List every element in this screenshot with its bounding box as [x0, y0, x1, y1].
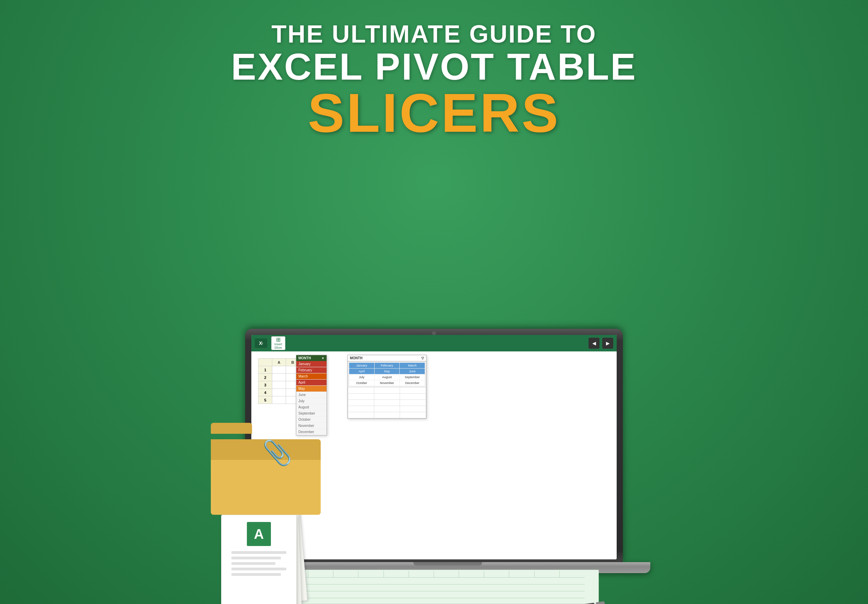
paper-lines-grid: [270, 570, 598, 604]
slicer-item-january[interactable]: January: [296, 361, 327, 367]
paper-row: [283, 591, 585, 598]
paper-front: A: [221, 515, 297, 604]
nav-arrow-right[interactable]: ▶: [602, 338, 613, 348]
slicer-item-march[interactable]: March: [296, 373, 327, 379]
paper-cell: [459, 571, 484, 577]
data-cell: [374, 400, 400, 406]
ss-corner-cell: [259, 359, 272, 366]
nav-arrows: ◀ ▶: [589, 338, 613, 348]
paper-cell: [484, 571, 509, 577]
data-cell: [374, 393, 400, 400]
slicer-item-april[interactable]: April: [296, 379, 327, 386]
slicer-right-august[interactable]: August: [375, 375, 400, 380]
slicer-right-header: MONTH ▽: [348, 355, 426, 361]
row-num: 3: [259, 381, 272, 389]
slicer-right-filter-icon[interactable]: ▽: [421, 356, 424, 360]
paper-row: [283, 578, 585, 584]
slicer-item-august[interactable]: August: [296, 404, 327, 410]
paper-cell: [560, 571, 585, 577]
data-cell: [348, 406, 374, 412]
laptop-hinge: [414, 562, 482, 565]
excel-subtitle: l: [262, 342, 263, 345]
insert-slicer-button[interactable]: ⊞ InsertSlicer: [271, 336, 285, 350]
slicer-right-november[interactable]: November: [375, 380, 400, 386]
nav-arrow-left[interactable]: ◀: [589, 338, 600, 348]
laptop-wrapper: A 📎: [194, 329, 674, 604]
data-cell: [348, 400, 374, 406]
slicer-left-header: MONTH ▼: [296, 355, 327, 361]
slicer-left: MONTH ▼ January February March April May…: [296, 355, 327, 435]
data-cell: [400, 412, 426, 418]
data-cell: [400, 387, 426, 393]
paper-line: [231, 573, 281, 576]
paper-lines: [231, 551, 286, 579]
slicer-right-july[interactable]: July: [349, 375, 374, 380]
title-slicers: SLICERS: [0, 85, 868, 140]
excel-ribbon: X l ⊞ InsertSlicer ◀ ▶: [251, 335, 617, 352]
slicer-icon: ⊞: [276, 337, 281, 342]
title-section: THE ULTIMATE GUIDE TO EXCEL PIVOT TABLE …: [0, 20, 868, 140]
row-num: 5: [259, 396, 272, 404]
slicer-right-march[interactable]: March: [400, 363, 425, 368]
row-num: 4: [259, 389, 272, 396]
slicer-right-december[interactable]: December: [400, 380, 425, 386]
data-cell: [400, 393, 426, 400]
data-cell: [374, 412, 400, 418]
paper-cell: [535, 571, 560, 577]
slicer-item-november[interactable]: November: [296, 423, 327, 429]
paper-cell: [333, 571, 358, 577]
ss-cell[interactable]: [272, 389, 286, 396]
table-row: [348, 406, 426, 412]
data-cell: [400, 400, 426, 406]
paper-row: [283, 571, 585, 578]
slicer-left-title: MONTH: [298, 356, 311, 360]
data-cell: [348, 387, 374, 393]
ss-col-a-header: A: [272, 359, 286, 366]
slicer-right: MONTH ▽ January February March April May…: [347, 355, 426, 419]
row-num: 1: [259, 366, 272, 374]
insert-slicer-label: InsertSlicer: [274, 342, 282, 349]
title-line1: THE ULTIMATE GUIDE TO: [0, 20, 868, 48]
slicer-right-title: MONTH: [350, 356, 363, 360]
slicer-right-september[interactable]: September: [400, 375, 425, 380]
paper-line: [231, 562, 275, 565]
slicer-right-april[interactable]: April: [349, 369, 374, 374]
ss-cell[interactable]: [272, 366, 286, 374]
slicer-right-february[interactable]: February: [375, 363, 400, 368]
excel-x-icon: X: [259, 341, 262, 346]
data-cell: [348, 393, 374, 400]
slicer-item-october[interactable]: October: [296, 417, 327, 423]
paper-cell: [384, 571, 409, 577]
paper-line: [231, 557, 281, 559]
paper-cell: [358, 571, 383, 577]
excel-logo: X l: [255, 338, 267, 348]
ss-cell[interactable]: [272, 396, 286, 404]
slicer-right-data-table: [348, 387, 426, 418]
ss-cell[interactable]: [272, 374, 286, 381]
slicer-right-may[interactable]: May: [375, 369, 400, 374]
folder-front: [211, 460, 321, 515]
slicer-item-july[interactable]: July: [296, 398, 327, 404]
table-row: [348, 400, 426, 406]
slicer-right-january[interactable]: January: [349, 363, 374, 368]
slicer-right-october[interactable]: October: [349, 380, 374, 386]
pen-end: [596, 601, 605, 604]
slicer-right-june[interactable]: June: [400, 369, 425, 374]
data-cell: [374, 406, 400, 412]
table-row: [348, 393, 426, 400]
laptop-camera: [432, 331, 436, 335]
ss-cell[interactable]: [272, 381, 286, 389]
table-row: [348, 387, 426, 393]
slicer-filter-icon[interactable]: ▼: [321, 356, 324, 360]
slicer-item-june[interactable]: June: [296, 392, 327, 398]
slicer-item-may[interactable]: May: [296, 386, 327, 392]
data-cell: [400, 406, 426, 412]
slicer-item-february[interactable]: February: [296, 367, 327, 373]
paper-cell: [308, 571, 333, 577]
paper-a-icon: A: [247, 522, 271, 546]
table-row: [348, 412, 426, 418]
paper-cell: [434, 571, 459, 577]
row-num: 2: [259, 374, 272, 381]
slicer-item-september[interactable]: September: [296, 410, 327, 417]
paperclip-icon: 📎: [262, 438, 292, 467]
